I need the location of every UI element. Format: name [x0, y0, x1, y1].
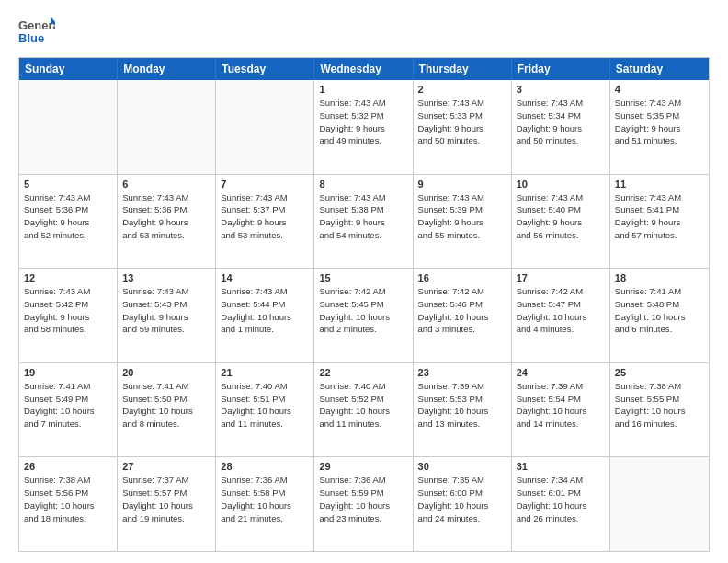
- day-number: 5: [24, 178, 112, 190]
- calendar-cell: [610, 457, 709, 551]
- weekday-header-saturday: Saturday: [610, 58, 709, 80]
- calendar-cell: 6Sunrise: 7:43 AM Sunset: 5:36 PM Daylig…: [118, 175, 216, 269]
- calendar-cell: 31Sunrise: 7:34 AM Sunset: 6:01 PM Dayli…: [512, 457, 610, 551]
- calendar-cell: 18Sunrise: 7:41 AM Sunset: 5:48 PM Dayli…: [610, 269, 709, 362]
- day-info: Sunrise: 7:39 AM Sunset: 5:54 PM Dayligh…: [517, 380, 605, 431]
- calendar-row-5: 26Sunrise: 7:38 AM Sunset: 5:56 PM Dayli…: [19, 456, 709, 551]
- calendar-header: SundayMondayTuesdayWednesdayThursdayFrid…: [19, 58, 709, 80]
- day-number: 26: [24, 461, 112, 472]
- calendar-cell: 20Sunrise: 7:41 AM Sunset: 5:50 PM Dayli…: [118, 363, 216, 457]
- calendar-cell: 23Sunrise: 7:39 AM Sunset: 5:53 PM Dayli…: [414, 363, 512, 457]
- day-info: Sunrise: 7:43 AM Sunset: 5:44 PM Dayligh…: [221, 285, 309, 336]
- calendar-cell: 30Sunrise: 7:35 AM Sunset: 6:00 PM Dayli…: [414, 457, 512, 551]
- calendar-cell: 17Sunrise: 7:42 AM Sunset: 5:47 PM Dayli…: [512, 269, 610, 362]
- day-number: 15: [319, 272, 407, 283]
- day-info: Sunrise: 7:43 AM Sunset: 5:42 PM Dayligh…: [24, 285, 112, 336]
- calendar-cell: 16Sunrise: 7:42 AM Sunset: 5:46 PM Dayli…: [414, 269, 512, 362]
- day-info: Sunrise: 7:43 AM Sunset: 5:32 PM Dayligh…: [319, 97, 407, 147]
- day-number: 24: [517, 367, 605, 378]
- calendar-cell: 19Sunrise: 7:41 AM Sunset: 5:49 PM Dayli…: [19, 363, 118, 457]
- day-info: Sunrise: 7:43 AM Sunset: 5:36 PM Dayligh…: [122, 191, 210, 242]
- calendar-cell: 4Sunrise: 7:43 AM Sunset: 5:35 PM Daylig…: [610, 80, 709, 174]
- calendar-row-4: 19Sunrise: 7:41 AM Sunset: 5:49 PM Dayli…: [19, 362, 709, 457]
- day-number: 16: [418, 272, 506, 283]
- calendar-cell: 29Sunrise: 7:36 AM Sunset: 5:59 PM Dayli…: [314, 457, 413, 551]
- calendar-cell: 9Sunrise: 7:43 AM Sunset: 5:39 PM Daylig…: [414, 175, 512, 269]
- calendar-cell: 27Sunrise: 7:37 AM Sunset: 5:57 PM Dayli…: [118, 457, 216, 551]
- day-info: Sunrise: 7:43 AM Sunset: 5:41 PM Dayligh…: [615, 191, 704, 242]
- weekday-header-thursday: Thursday: [414, 58, 512, 80]
- weekday-header-wednesday: Wednesday: [314, 58, 413, 80]
- day-info: Sunrise: 7:41 AM Sunset: 5:50 PM Dayligh…: [122, 380, 210, 431]
- page-header: General Blue: [18, 15, 710, 48]
- weekday-header-friday: Friday: [512, 58, 610, 80]
- day-info: Sunrise: 7:43 AM Sunset: 5:39 PM Dayligh…: [418, 191, 506, 242]
- day-info: Sunrise: 7:42 AM Sunset: 5:47 PM Dayligh…: [517, 285, 605, 336]
- day-info: Sunrise: 7:43 AM Sunset: 5:43 PM Dayligh…: [122, 285, 210, 336]
- day-number: 22: [319, 367, 407, 378]
- calendar-cell: 26Sunrise: 7:38 AM Sunset: 5:56 PM Dayli…: [19, 457, 118, 551]
- calendar-cell: 21Sunrise: 7:40 AM Sunset: 5:51 PM Dayli…: [216, 363, 314, 457]
- calendar-cell: 7Sunrise: 7:43 AM Sunset: 5:37 PM Daylig…: [216, 175, 314, 269]
- calendar-cell: 13Sunrise: 7:43 AM Sunset: 5:43 PM Dayli…: [118, 269, 216, 362]
- day-info: Sunrise: 7:43 AM Sunset: 5:37 PM Dayligh…: [221, 191, 309, 242]
- day-number: 2: [418, 84, 506, 95]
- calendar-cell: 22Sunrise: 7:40 AM Sunset: 5:52 PM Dayli…: [314, 363, 413, 457]
- day-number: 3: [517, 84, 605, 95]
- day-number: 10: [517, 178, 605, 190]
- logo-svg: General Blue: [18, 15, 55, 48]
- day-info: Sunrise: 7:43 AM Sunset: 5:36 PM Dayligh…: [24, 191, 112, 242]
- day-info: Sunrise: 7:43 AM Sunset: 5:34 PM Dayligh…: [517, 97, 605, 147]
- day-info: Sunrise: 7:41 AM Sunset: 5:48 PM Dayligh…: [615, 285, 704, 336]
- calendar-cell: [19, 80, 118, 174]
- calendar-body: 1Sunrise: 7:43 AM Sunset: 5:32 PM Daylig…: [19, 80, 709, 551]
- calendar-cell: [216, 80, 314, 174]
- day-info: Sunrise: 7:34 AM Sunset: 6:01 PM Dayligh…: [517, 474, 605, 524]
- day-info: Sunrise: 7:43 AM Sunset: 5:35 PM Dayligh…: [615, 97, 704, 147]
- day-info: Sunrise: 7:40 AM Sunset: 5:52 PM Dayligh…: [319, 380, 407, 431]
- day-number: 28: [221, 461, 309, 472]
- calendar-cell: 24Sunrise: 7:39 AM Sunset: 5:54 PM Dayli…: [512, 363, 610, 457]
- day-number: 13: [122, 272, 210, 283]
- day-number: 17: [517, 272, 605, 283]
- weekday-header-tuesday: Tuesday: [216, 58, 314, 80]
- calendar-row-1: 1Sunrise: 7:43 AM Sunset: 5:32 PM Daylig…: [19, 80, 709, 174]
- day-number: 8: [319, 178, 407, 190]
- day-number: 14: [221, 272, 309, 283]
- calendar-cell: [118, 80, 216, 174]
- day-number: 23: [418, 367, 506, 378]
- day-number: 4: [615, 84, 704, 95]
- day-info: Sunrise: 7:42 AM Sunset: 5:45 PM Dayligh…: [319, 285, 407, 336]
- day-number: 29: [319, 461, 407, 472]
- calendar-cell: 10Sunrise: 7:43 AM Sunset: 5:40 PM Dayli…: [512, 175, 610, 269]
- calendar-cell: 25Sunrise: 7:38 AM Sunset: 5:55 PM Dayli…: [610, 363, 709, 457]
- day-info: Sunrise: 7:40 AM Sunset: 5:51 PM Dayligh…: [221, 380, 309, 431]
- calendar: SundayMondayTuesdayWednesdayThursdayFrid…: [18, 57, 710, 552]
- logo: General Blue: [18, 15, 55, 48]
- svg-text:General: General: [18, 18, 55, 32]
- calendar-cell: 1Sunrise: 7:43 AM Sunset: 5:32 PM Daylig…: [314, 80, 413, 174]
- day-info: Sunrise: 7:42 AM Sunset: 5:46 PM Dayligh…: [418, 285, 506, 336]
- day-info: Sunrise: 7:35 AM Sunset: 6:00 PM Dayligh…: [418, 474, 506, 524]
- day-number: 12: [24, 272, 112, 283]
- svg-text:Blue: Blue: [18, 31, 44, 45]
- calendar-cell: 15Sunrise: 7:42 AM Sunset: 5:45 PM Dayli…: [314, 269, 413, 362]
- day-number: 9: [418, 178, 506, 190]
- calendar-cell: 12Sunrise: 7:43 AM Sunset: 5:42 PM Dayli…: [19, 269, 118, 362]
- calendar-row-2: 5Sunrise: 7:43 AM Sunset: 5:36 PM Daylig…: [19, 174, 709, 269]
- day-info: Sunrise: 7:43 AM Sunset: 5:38 PM Dayligh…: [319, 191, 407, 242]
- day-info: Sunrise: 7:38 AM Sunset: 5:55 PM Dayligh…: [615, 380, 704, 431]
- day-number: 6: [122, 178, 210, 190]
- calendar-cell: 28Sunrise: 7:36 AM Sunset: 5:58 PM Dayli…: [216, 457, 314, 551]
- day-number: 25: [615, 367, 704, 378]
- calendar-cell: 8Sunrise: 7:43 AM Sunset: 5:38 PM Daylig…: [314, 175, 413, 269]
- day-number: 27: [122, 461, 210, 472]
- day-info: Sunrise: 7:38 AM Sunset: 5:56 PM Dayligh…: [24, 474, 112, 524]
- weekday-header-sunday: Sunday: [19, 58, 118, 80]
- day-number: 20: [122, 367, 210, 378]
- day-number: 31: [517, 461, 605, 472]
- day-info: Sunrise: 7:37 AM Sunset: 5:57 PM Dayligh…: [122, 474, 210, 524]
- day-info: Sunrise: 7:36 AM Sunset: 5:59 PM Dayligh…: [319, 474, 407, 524]
- day-number: 21: [221, 367, 309, 378]
- calendar-cell: 14Sunrise: 7:43 AM Sunset: 5:44 PM Dayli…: [216, 269, 314, 362]
